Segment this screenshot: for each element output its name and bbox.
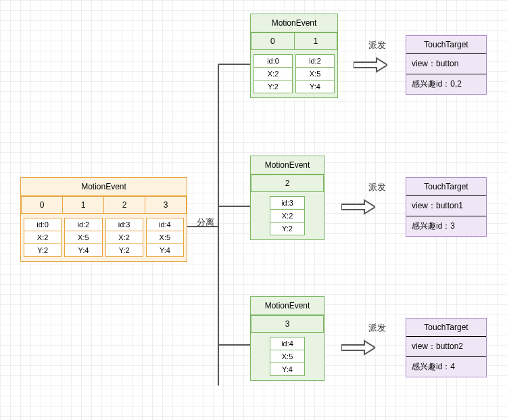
touch-target-3: TouchTarget view：button2 感兴趣id：4: [406, 318, 487, 377]
pointer-cell: id:0 X:2 Y:2: [24, 218, 62, 257]
target-title: TouchTarget: [406, 178, 486, 196]
pointer-cell: id:3 X:2 Y:2: [105, 218, 143, 257]
dispatch-label-2: 派发: [368, 181, 386, 193]
source-pointers: id:0 X:2 Y:2 id:2 X:5 Y:4 id:3 X:2 Y:2 i…: [21, 214, 187, 261]
dispatch-label-3: 派发: [368, 322, 386, 334]
split-title: MotionEvent: [251, 297, 324, 315]
split-motion-event-3: MotionEvent 3 id:4 X:5 Y:4: [250, 296, 324, 381]
source-columns: 0 1 2 3: [21, 196, 187, 214]
split-motion-event-2: MotionEvent 2 id:3 X:2 Y:2: [250, 156, 324, 240]
pointer-cell: id:2 X:5 Y:4: [295, 54, 335, 93]
split-motion-event-1: MotionEvent 0 1 id:0 X:2 Y:2 id:2 X:5 Y:…: [250, 14, 338, 98]
pointer-cell: id:4 X:5 Y:4: [270, 337, 305, 376]
split-label: 分离: [197, 216, 214, 229]
pointer-cell: id:4 X:5 Y:4: [146, 218, 184, 257]
arrow-icon: [341, 340, 375, 356]
target-view: view：button1: [406, 196, 486, 216]
source-title: MotionEvent: [21, 178, 187, 196]
touch-target-2: TouchTarget view：button1 感兴趣id：3: [406, 177, 487, 237]
target-ids: 感兴趣id：0,2: [406, 74, 486, 94]
split-title: MotionEvent: [251, 14, 337, 32]
arrow-icon: [354, 57, 387, 73]
touch-target-1: TouchTarget view：button 感兴趣id：0,2: [406, 35, 487, 95]
dispatch-label-1: 派发: [368, 39, 386, 51]
pointer-cell: id:0 X:2 Y:2: [254, 54, 293, 93]
arrow-icon: [341, 199, 375, 215]
source-motion-event: MotionEvent 0 1 2 3 id:0 X:2 Y:2 id:2 X:…: [20, 177, 187, 262]
target-title: TouchTarget: [406, 36, 486, 54]
target-view: view：button2: [406, 337, 486, 357]
split-title: MotionEvent: [251, 156, 324, 174]
target-ids: 感兴趣id：3: [406, 216, 486, 236]
pointer-cell: id:2 X:5 Y:4: [64, 218, 102, 257]
target-view: view：button: [406, 54, 486, 74]
pointer-cell: id:3 X:2 Y:2: [270, 196, 305, 235]
target-ids: 感兴趣id：4: [406, 357, 486, 377]
target-title: TouchTarget: [406, 319, 486, 337]
